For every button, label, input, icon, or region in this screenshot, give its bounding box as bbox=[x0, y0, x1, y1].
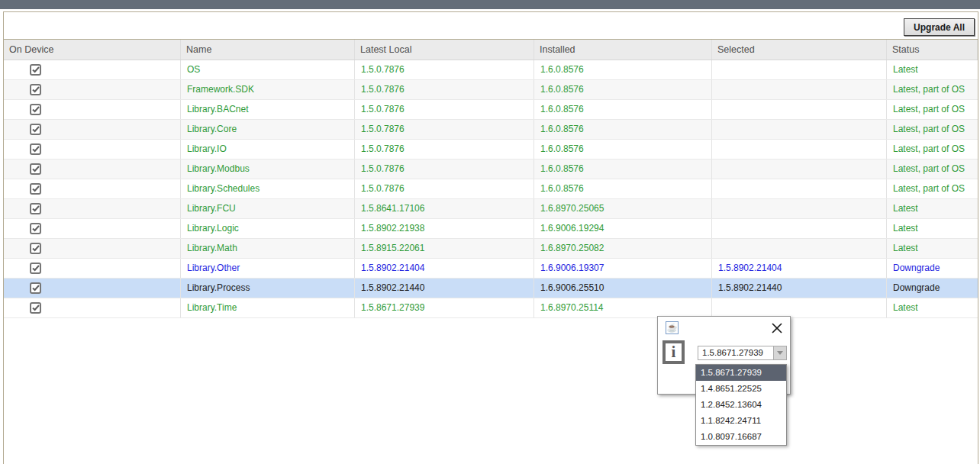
status-cell: Downgrade bbox=[887, 279, 978, 298]
table-row[interactable]: Library.Logic 1.5.8902.21938 1.6.9006.19… bbox=[4, 219, 978, 239]
checkmark-icon bbox=[32, 225, 40, 232]
on-device-cell bbox=[4, 120, 181, 139]
package-name-cell: Library.BACnet bbox=[181, 100, 355, 119]
column-header-status[interactable]: Status bbox=[887, 40, 978, 60]
table-row[interactable]: Library.Core 1.5.0.7876 1.6.0.8576 Lates… bbox=[4, 120, 978, 140]
package-name-cell: OS bbox=[181, 60, 355, 79]
selected-version-cell[interactable] bbox=[712, 239, 887, 258]
on-device-checkbox[interactable] bbox=[30, 282, 41, 294]
latest-local-cell: 1.5.8641.17106 bbox=[355, 199, 534, 218]
dropdown-option[interactable]: 1.4.8651.22525 bbox=[696, 381, 786, 397]
table-row-selected[interactable]: Library.Process 1.5.8902.21440 1.6.9006.… bbox=[4, 279, 978, 298]
selected-version-cell[interactable] bbox=[712, 120, 887, 139]
dropdown-option[interactable]: 1.1.8242.24711 bbox=[696, 413, 786, 429]
info-icon: i bbox=[662, 340, 685, 364]
close-icon[interactable] bbox=[770, 321, 784, 335]
checkmark-icon bbox=[32, 285, 40, 292]
installed-cell: 1.6.9006.25510 bbox=[534, 279, 712, 298]
status-cell: Latest, part of OS bbox=[887, 160, 978, 179]
status-cell: Latest, part of OS bbox=[887, 100, 978, 119]
column-header-selected[interactable]: Selected bbox=[712, 40, 887, 60]
selected-version-cell[interactable] bbox=[712, 179, 887, 198]
selected-version-cell[interactable] bbox=[712, 219, 887, 238]
on-device-checkbox[interactable] bbox=[30, 84, 41, 95]
selected-version-cell[interactable] bbox=[712, 140, 887, 159]
latest-local-cell: 1.5.0.7876 bbox=[355, 160, 534, 179]
latest-local-cell: 1.5.8902.21440 bbox=[355, 279, 534, 298]
selected-version-cell[interactable] bbox=[712, 80, 887, 99]
table-row[interactable]: Library.BACnet 1.5.0.7876 1.6.0.8576 Lat… bbox=[4, 100, 978, 120]
checkmark-icon bbox=[32, 166, 40, 172]
checkmark-icon bbox=[32, 86, 40, 93]
table-body: OS 1.5.0.7876 1.6.0.8576 Latest Framewor… bbox=[4, 60, 978, 318]
table-row[interactable]: Library.Math 1.5.8915.22061 1.6.8970.250… bbox=[4, 239, 978, 259]
on-device-cell bbox=[4, 259, 181, 278]
dropdown-option[interactable]: 1.5.8671.27939 bbox=[696, 365, 786, 381]
package-name-cell: Library.Process bbox=[181, 279, 355, 298]
column-header-name[interactable]: Name bbox=[181, 40, 355, 60]
on-device-checkbox[interactable] bbox=[30, 64, 41, 76]
on-device-checkbox[interactable] bbox=[30, 183, 41, 195]
selected-version-cell[interactable]: 1.5.8902.21404 bbox=[712, 259, 887, 278]
update-manager-window: Upgrade All On Device Name Latest Local … bbox=[0, 0, 980, 464]
on-device-checkbox[interactable] bbox=[30, 143, 41, 155]
checkmark-icon bbox=[32, 126, 40, 133]
table-row[interactable]: Library.IO 1.5.0.7876 1.6.0.8576 Latest,… bbox=[4, 140, 978, 160]
table-row[interactable]: Library.FCU 1.5.8641.17106 1.6.8970.2506… bbox=[4, 199, 978, 219]
on-device-checkbox[interactable] bbox=[30, 302, 41, 314]
packages-table: On Device Name Latest Local Installed Se… bbox=[4, 40, 978, 318]
table-row[interactable]: OS 1.5.0.7876 1.6.0.8576 Latest bbox=[4, 60, 978, 80]
selected-version-cell[interactable]: 1.5.8902.21440 bbox=[712, 279, 887, 298]
chevron-down-icon[interactable] bbox=[773, 346, 786, 359]
package-name-cell: Library.FCU bbox=[181, 199, 355, 218]
on-device-checkbox[interactable] bbox=[30, 203, 41, 214]
table-row[interactable]: Library.Modbus 1.5.0.7876 1.6.0.8576 Lat… bbox=[4, 160, 978, 179]
table-row[interactable]: Library.Time 1.5.8671.27939 1.6.8970.251… bbox=[4, 298, 978, 318]
installed-cell: 1.6.0.8576 bbox=[534, 140, 712, 159]
on-device-checkbox[interactable] bbox=[30, 223, 41, 234]
toolbar: Upgrade All bbox=[4, 12, 978, 40]
on-device-cell bbox=[4, 239, 181, 258]
installed-cell: 1.6.0.8576 bbox=[534, 60, 712, 79]
status-cell: Latest, part of OS bbox=[887, 140, 978, 159]
on-device-checkbox[interactable] bbox=[30, 263, 41, 274]
installed-cell: 1.6.9006.19307 bbox=[534, 259, 712, 278]
version-combobox[interactable]: 1.5.8671.27939 bbox=[698, 346, 787, 360]
table-row[interactable]: Framework.SDK 1.5.0.7876 1.6.0.8576 Late… bbox=[4, 80, 978, 100]
installed-cell: 1.6.0.8576 bbox=[534, 80, 712, 99]
status-cell: Latest bbox=[887, 298, 978, 317]
on-device-cell bbox=[4, 60, 181, 79]
installed-cell: 1.6.8970.25082 bbox=[534, 239, 712, 258]
package-name-cell: Library.Math bbox=[181, 239, 355, 258]
upgrade-all-button[interactable]: Upgrade All bbox=[904, 18, 975, 36]
column-header-on-device[interactable]: On Device bbox=[4, 40, 181, 60]
on-device-checkbox[interactable] bbox=[30, 124, 41, 135]
package-name-cell: Library.Modbus bbox=[181, 160, 355, 179]
dropdown-option[interactable]: 1.0.8097.16687 bbox=[696, 429, 786, 445]
selected-version-cell[interactable] bbox=[712, 100, 887, 119]
installed-cell: 1.6.8970.25114 bbox=[534, 298, 712, 317]
selected-version-cell[interactable] bbox=[712, 298, 887, 317]
checkmark-icon bbox=[32, 304, 40, 311]
selected-version-cell[interactable] bbox=[712, 160, 887, 179]
on-device-cell bbox=[4, 279, 181, 298]
on-device-checkbox[interactable] bbox=[30, 163, 41, 175]
table-row[interactable]: Library.Schedules 1.5.0.7876 1.6.0.8576 … bbox=[4, 179, 978, 199]
column-header-installed[interactable]: Installed bbox=[534, 40, 712, 60]
on-device-cell bbox=[4, 160, 181, 179]
on-device-checkbox[interactable] bbox=[30, 104, 41, 115]
package-name-cell: Library.Schedules bbox=[181, 179, 355, 198]
selected-version-cell[interactable] bbox=[712, 199, 887, 218]
dropdown-option[interactable]: 1.2.8452.13604 bbox=[696, 397, 786, 413]
selected-version-cell[interactable] bbox=[712, 60, 887, 79]
table-row[interactable]: Library.Other 1.5.8902.21404 1.6.9006.19… bbox=[4, 259, 978, 279]
on-device-cell bbox=[4, 298, 181, 317]
combobox-value: 1.5.8671.27939 bbox=[698, 346, 773, 359]
column-header-latest-local[interactable]: Latest Local bbox=[355, 40, 534, 60]
latest-local-cell: 1.5.8902.21938 bbox=[355, 219, 534, 238]
version-dropdown-list: 1.5.8671.279391.4.8651.225251.2.8452.136… bbox=[695, 364, 787, 446]
latest-local-cell: 1.5.0.7876 bbox=[355, 100, 534, 119]
on-device-cell bbox=[4, 80, 181, 99]
package-name-cell: Library.Core bbox=[181, 120, 355, 139]
on-device-checkbox[interactable] bbox=[30, 243, 41, 254]
